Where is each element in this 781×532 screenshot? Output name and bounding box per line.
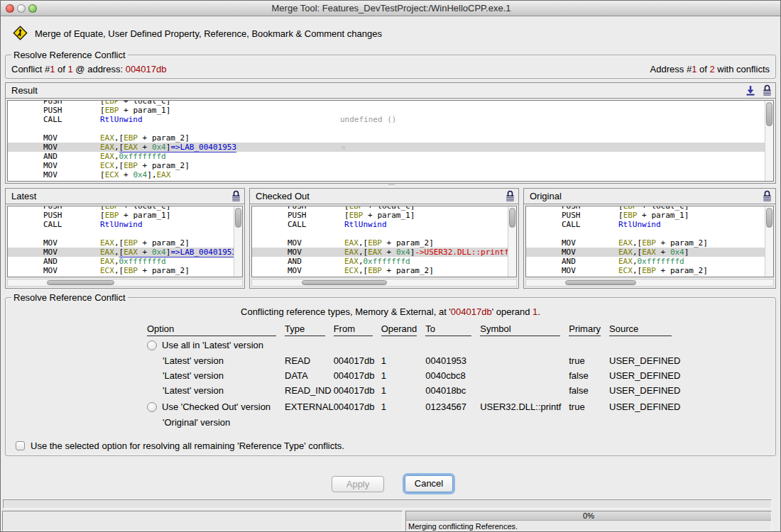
latest-panel-title: Latest [11,191,36,201]
listing-row: MOVEAX,[EAX + 0x4]=>LAB_00401953 [8,248,242,257]
latest-panel-header: Latest [6,189,244,204]
resolve-conflict-group: Resolve Reference Conflict Conflicting r… [5,297,776,456]
listing-row: PUSH[EBP + local_c] [8,206,242,211]
symbol-cell: USER32.DLL::printf [480,398,569,415]
scrollbar-thumb[interactable] [766,208,772,228]
original-panel: OriginalMOV[ECX + 0x4],EAXMOVECX,[EBP + … [523,188,776,289]
scrollbar-thumb[interactable] [766,102,772,126]
splitter-grip[interactable] [388,184,395,187]
listing-row [252,229,516,238]
result-panel-header: Result [6,83,775,99]
scrollbar-thumb[interactable] [47,280,114,285]
horizontal-scrollbar[interactable] [251,279,517,287]
merge-phase-message: Merge of Equate, User Defined Property, … [35,28,382,39]
conflict-table-row: Use 'Checked Out' versionEXTERNAL004017d… [147,398,680,415]
listing-row [526,229,773,238]
to-cell [425,415,480,430]
listing-row: PUSH[EBP + param_1] [252,211,516,220]
column-header: Primary [569,322,609,336]
listing-row: MOVECX,[EBP + param_2] [252,266,516,275]
result-panel: Result [5,82,776,184]
lock-icon[interactable] [762,190,772,202]
conflict-counter: Conflict #1 of 1 @ address: 004017db [11,64,167,74]
column-header: To [425,322,480,336]
listing-row: MOVEAX,[EAX + 0x4] [526,248,773,257]
column-header: Option [147,322,285,336]
symbol-cell [480,415,569,430]
operand-cell [381,336,426,353]
conflict-info-group: Resolve Reference Conflict Conflict #1 o… [5,55,776,79]
from-cell [334,415,381,430]
conflict-table-row: 'Latest' versionREAD004017db100401953tru… [147,353,680,368]
sync-scroll-icon[interactable] [745,84,756,96]
vertical-scrollbar[interactable] [508,206,516,277]
option-label: 'Latest' version [163,385,224,396]
checkedout-listing[interactable]: MOV[ECX + 0x4],EAXMOVECX,[EBP + param_2]… [251,206,517,277]
apply-button[interactable]: Apply [332,476,384,492]
listing-row: MOV[ECX + 0x4],EAX [8,275,242,277]
title-bar[interactable]: Merge Tool: Features_DevTestProject:/Win… [1,1,781,16]
status-bar-left [2,511,403,531]
conflict-description: Conflicting reference types, Memory & Ex… [6,306,775,317]
symbol-cell [480,353,569,368]
horizontal-scrollbar[interactable] [525,279,774,287]
cancel-button[interactable]: Cancel [405,475,453,492]
operand-cell: 1 [381,398,426,415]
apply-to-all-checkbox[interactable] [16,441,25,450]
checkedout-panel: Checked OutMOV[ECX + 0x4],EAXMOVECX,[EBP… [249,188,519,289]
source-cell: USER_DEFINED [609,398,680,415]
listing-row: CALLRtlUnwind [8,220,242,229]
listing-row: MOVECX,[EBP + param_2] [8,161,773,170]
scrollbar-thumb[interactable] [509,208,515,228]
to-cell: 004018bc [425,383,480,398]
listing-row: MOVEAX,[EAX + 0x4]=>LAB_00401953≡ [8,143,773,152]
to-cell: 01234567 [425,398,480,415]
option-radio-button[interactable] [147,340,157,350]
column-header: Type [285,322,334,336]
primary-cell: false [569,383,609,398]
symbol-cell [480,368,569,383]
source-cell: USER_DEFINED [609,383,680,398]
source-cell [609,415,680,430]
column-header: Symbol [480,322,569,336]
listing-row: PUSH[EBP + param_1] [8,211,242,220]
latest-listing[interactable]: MOV[ECX + 0x4],EAXMOVECX,[EBP + param_2]… [7,206,243,277]
result-panel-title: Result [11,85,38,96]
vertical-scrollbar[interactable] [765,101,773,181]
column-header: Operand [381,322,426,336]
result-listing[interactable]: MOVEDI,ES:[0x0]MOV[ECX + 0x4],EAXMOVECX,… [7,100,774,182]
listing-row: CALLRtlUnwind [526,220,773,229]
scrollbar-thumb[interactable] [302,280,387,285]
conflict-table-row: 'Original' version [147,415,680,430]
listing-row: ANDEAX,0xfffffffd [252,257,516,266]
group-label: Resolve Reference Conflict [11,50,128,60]
scrollbar-thumb[interactable] [235,208,241,228]
symbol-cell [480,336,569,353]
listing-row: ANDEAX,0xfffffffd [526,257,773,266]
lock-icon[interactable] [505,190,515,202]
to-cell: 00401953 [425,353,480,368]
checkedout-panel-header: Checked Out [250,189,518,204]
group-label: Resolve Reference Conflict [11,292,128,303]
scrollbar-thumb[interactable] [565,280,636,285]
latest-panel: LatestMOV[ECX + 0x4],EAXMOVECX,[EBP + pa… [5,188,245,289]
type-cell: DATA [285,368,334,383]
listing-row: PUSH[EBP + local_c] [8,100,773,106]
option-radio-button[interactable] [147,402,157,412]
merge-tool-window: Merge Tool: Features_DevTestProject:/Win… [0,0,781,532]
status-bar-right: 0% Merging conflicting References. [405,511,772,531]
original-listing[interactable]: MOV[ECX + 0x4],EAXMOVECX,[EBP + param_2]… [525,206,774,277]
option-label: Use 'Checked Out' version [162,401,271,412]
vertical-scrollbar[interactable] [765,206,773,277]
lock-icon[interactable] [231,190,241,202]
listing-row: PUSH[EBP + local_c] [252,206,516,211]
from-cell [334,336,381,353]
primary-cell: false [569,368,609,383]
conflict-table: OptionTypeFromOperandToSymbolPrimarySour… [147,322,680,430]
vertical-scrollbar[interactable] [234,206,242,277]
listing-row: ANDEAX,0xfffffffd [8,257,242,266]
listing-row: PUSH[EBP + param_1] [8,106,773,115]
horizontal-scrollbar[interactable] [7,279,243,287]
lock-icon[interactable] [762,84,772,96]
from-cell: 004017db [334,368,381,383]
